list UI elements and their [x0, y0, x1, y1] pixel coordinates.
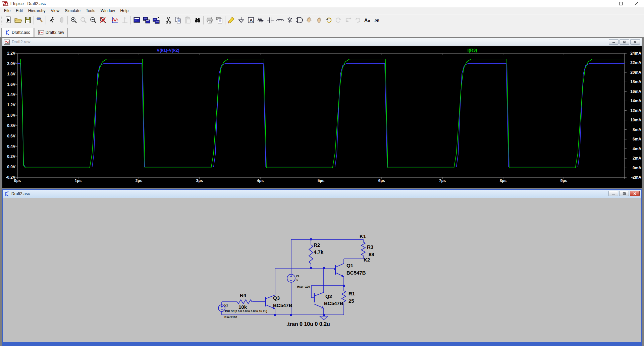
app-titlebar[interactable]: LTspice - Draft2.asc	[0, 0, 644, 7]
capacitor-button[interactable]	[265, 15, 275, 25]
waveform-plot-area[interactable]: V(k1)-V(k2)I(R3)2.2V2.0V1.8V1.6V1.4V1.2V…	[2, 46, 642, 188]
x-axis-tick-label: 0µs	[7, 178, 28, 183]
menu-item-window[interactable]: Window	[98, 8, 118, 14]
right-axis-tick-label: 4mA	[626, 147, 641, 151]
control-panel-button[interactable]	[35, 15, 45, 25]
app-maximize-button[interactable]	[613, 0, 629, 7]
print-preview-button[interactable]	[214, 15, 224, 25]
x-axis-tick-label: 1µs	[68, 178, 88, 183]
trace-legend[interactable]: V(k1)-V(k2)	[157, 48, 179, 53]
toolbar-grip	[1, 16, 2, 24]
save-button[interactable]	[23, 15, 33, 25]
run-button[interactable]	[47, 15, 57, 25]
zoom-out-button[interactable]	[88, 15, 98, 25]
menu-item-hierarchy[interactable]: Hierarchy	[25, 8, 48, 14]
zoom-in-button[interactable]	[69, 15, 78, 25]
schematic-label: V1	[296, 274, 300, 278]
ltspice-logo-icon	[2, 1, 8, 6]
mirror-button: E	[343, 15, 353, 25]
toolbar-separator	[225, 16, 225, 24]
move-button[interactable]	[304, 15, 314, 25]
schematic-restore-button[interactable]	[619, 191, 629, 196]
waveform-restore-button[interactable]	[620, 39, 629, 45]
left-axis-tick-label: 1.2V	[2, 103, 15, 107]
label-net-button[interactable]: A	[246, 15, 256, 25]
drag-icon	[315, 16, 323, 24]
left-axis-tick-label: 1.6V	[2, 82, 15, 87]
open-icon	[14, 16, 22, 24]
schematic-label: Q2	[325, 293, 332, 299]
schematic-window: Draft2.asc K1R24.7kR388K2Q1BC547BV15Rser…	[2, 189, 642, 346]
print-button[interactable]	[205, 15, 214, 25]
svg-text:E: E	[345, 17, 348, 23]
copy-icon	[174, 16, 182, 24]
right-axis-tick-label: 16mA	[626, 89, 641, 94]
schematic-close-button[interactable]	[630, 191, 640, 196]
trace-I(R3)	[17, 59, 625, 168]
tile-vertical-button[interactable]	[132, 15, 142, 25]
app-minimize-button[interactable]	[598, 0, 613, 7]
left-axis-tick-label: 0.4V	[2, 144, 15, 149]
zoom-full-extents-button[interactable]	[98, 15, 108, 25]
run-icon	[48, 16, 56, 24]
mirror-icon: E	[344, 16, 352, 24]
waveform-window-buttons	[609, 39, 640, 45]
waveform-window-titlebar[interactable]: Draft2.raw	[2, 38, 642, 46]
menu-item-simulate[interactable]: Simulate	[62, 8, 83, 14]
tab-label: Draft2.raw	[46, 30, 64, 35]
plot-settings-icon	[111, 16, 119, 24]
waveform-minimize-button[interactable]	[609, 39, 619, 45]
tabbar: Draft2.ascDraft2.raw	[0, 26, 644, 37]
menu-item-help[interactable]: Help	[118, 8, 131, 14]
inductor-button[interactable]	[275, 15, 285, 25]
waveform-close-button[interactable]	[630, 39, 640, 45]
spice-directive-button[interactable]: .op	[372, 15, 382, 25]
tab-draft2.asc[interactable]: Draft2.asc	[1, 28, 34, 37]
diode-button[interactable]	[285, 15, 294, 25]
app-close-button[interactable]	[629, 0, 644, 7]
right-axis-tick-label: 24mA	[626, 51, 641, 56]
resistor-button[interactable]	[256, 15, 265, 25]
text-button[interactable]: Aa	[363, 15, 372, 25]
toolbar-separator	[46, 16, 46, 24]
menu-item-view[interactable]: View	[48, 8, 62, 14]
waveform-icon	[4, 40, 10, 45]
wire-button[interactable]	[226, 15, 236, 25]
app-title: LTspice - Draft2.asc	[10, 1, 46, 6]
tile-horizontal-button[interactable]	[142, 15, 151, 25]
paste-icon	[184, 16, 192, 24]
x-axis-tick-label: 5µs	[311, 178, 331, 183]
copy-button[interactable]	[173, 15, 183, 25]
drag-button[interactable]	[314, 15, 324, 25]
schematic-minimize-button[interactable]	[608, 191, 618, 196]
rotate-icon	[354, 16, 362, 24]
undo-button[interactable]	[324, 15, 333, 25]
find-icon	[194, 16, 202, 24]
schematic-label: BC547B	[324, 300, 343, 306]
menu-item-edit[interactable]: Edit	[13, 8, 25, 14]
toolbar-separator	[162, 16, 162, 24]
schematic-canvas[interactable]: K1R24.7kR388K2Q1BC547BV15Rser=100Q2BC547…	[3, 198, 641, 342]
cut-button[interactable]	[163, 15, 173, 25]
menu-item-tools[interactable]: Tools	[83, 8, 98, 14]
open-button[interactable]	[13, 15, 23, 25]
ground-button[interactable]	[236, 15, 246, 25]
cascade-icon	[152, 16, 160, 24]
restore-icon	[623, 192, 626, 195]
restore-icon	[623, 41, 626, 44]
menu-item-file[interactable]: File	[1, 8, 13, 14]
component-button[interactable]	[294, 15, 304, 25]
cascade-button[interactable]	[151, 15, 161, 25]
plot-settings-button[interactable]	[110, 15, 120, 25]
tile-horizontal-icon	[143, 16, 151, 24]
right-axis-tick-label: 14mA	[626, 99, 641, 103]
tab-draft2.raw[interactable]: Draft2.raw	[35, 28, 68, 37]
find-button[interactable]	[193, 15, 202, 25]
close-icon	[633, 192, 636, 195]
trace-legend[interactable]: I(R3)	[468, 48, 477, 53]
diode-icon	[286, 16, 294, 24]
left-axis-tick-label: 1.8V	[2, 72, 15, 76]
schematic-window-titlebar[interactable]: Draft2.asc	[3, 190, 641, 198]
left-axis-tick-label: 0.8V	[2, 123, 15, 128]
new-schematic-run-button[interactable]	[3, 15, 13, 25]
